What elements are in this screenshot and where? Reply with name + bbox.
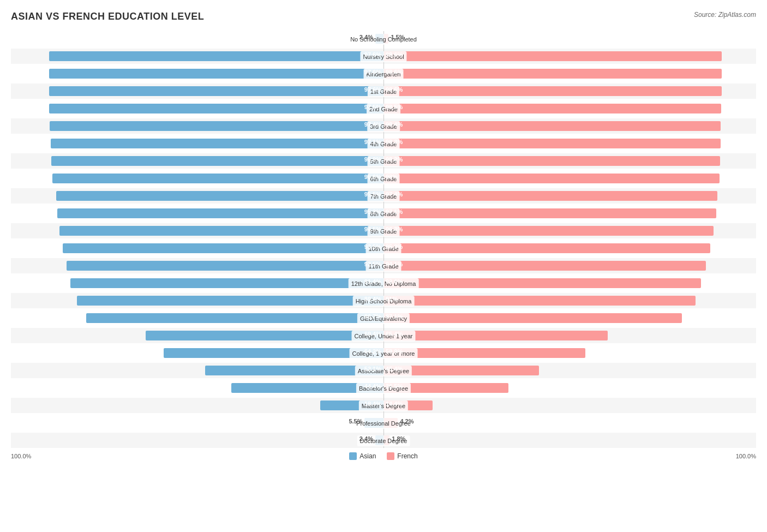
french-value: 98.5%: [386, 104, 403, 110]
asian-value: 95.5%: [364, 191, 381, 198]
table-row: 4th Grade97.1%98.3%: [11, 136, 756, 151]
table-row: 3rd Grade97.4%98.4%: [11, 118, 756, 134]
french-value: 98.6%: [386, 51, 403, 58]
french-label: French: [397, 452, 417, 460]
table-row: 10th Grade93.5%95.3%: [11, 241, 756, 256]
table-row: 9th Grade94.5%96.3%: [11, 223, 756, 238]
table-row: Master's Degree18.4%14.4%: [11, 398, 756, 413]
table-row: No Schooling Completed2.4%1.5%: [11, 31, 756, 46]
french-value: 97.1%: [386, 208, 403, 215]
asian-value: 64.2%: [364, 348, 381, 355]
french-value: 97.4%: [386, 191, 403, 198]
table-row: 11th Grade92.5%94.1%: [11, 258, 756, 273]
french-value: 91%: [386, 296, 398, 302]
table-row: Professional Degree5.5%4.2%: [11, 415, 756, 431]
axis-left: 100.0%: [11, 453, 31, 459]
french-value: 95.3%: [386, 243, 403, 250]
french-value: 1.5%: [391, 34, 404, 40]
table-row: Bachelor's Degree44.4%36.5%: [11, 380, 756, 396]
table-row: College, 1 year or more64.2%58.9%: [11, 345, 756, 361]
asian-value: 69.4%: [364, 331, 381, 337]
table-row: High School Diploma89.4%91%: [11, 293, 756, 308]
french-swatch: [387, 452, 394, 460]
table-row: 5th Grade96.9%98.2%: [11, 153, 756, 169]
french-value: 4.2%: [400, 418, 414, 425]
table-row: College, Under 1 year69.4%65.4%: [11, 328, 756, 343]
asian-value: 97.5%: [364, 104, 381, 110]
french-value: 1.8%: [392, 435, 405, 442]
asian-value: 86.7%: [364, 313, 381, 320]
table-row: Kindergarten97.6%98.6%: [11, 66, 756, 81]
asian-value: 96.9%: [364, 156, 381, 163]
chart-area: No Schooling Completed2.4%1.5%Nursery Sc…: [11, 31, 756, 448]
asian-value: 18.4%: [364, 401, 381, 407]
table-row: 8th Grade95.2%97.1%: [11, 206, 756, 221]
table-row: Doctorate Degree2.4%1.8%: [11, 433, 756, 448]
table-row: 2nd Grade97.5%98.5%: [11, 101, 756, 116]
asian-value: 97.6%: [364, 86, 381, 93]
french-value: 45.4%: [386, 366, 403, 372]
french-value: 92.6%: [386, 278, 403, 285]
french-value: 98%: [386, 174, 398, 180]
asian-value: 96.6%: [364, 174, 381, 180]
asian-value: 2.4%: [359, 34, 373, 40]
table-row: 7th Grade95.5%97.4%: [11, 188, 756, 204]
french-value: 98.2%: [386, 156, 403, 163]
table-row: Associate's Degree52.1%45.4%: [11, 363, 756, 378]
french-value: 98.4%: [386, 121, 403, 128]
table-row: GED/Equivalency86.7%87.1%: [11, 310, 756, 326]
asian-label: Asian: [359, 452, 376, 460]
asian-value: 89.4%: [364, 296, 381, 302]
table-row: 1st Grade97.6%98.6%: [11, 83, 756, 99]
french-value: 96.3%: [386, 226, 403, 232]
french-value: 98.6%: [386, 86, 403, 93]
asian-value: 97.1%: [364, 139, 381, 145]
asian-value: 5.5%: [349, 418, 362, 425]
asian-value: 93.5%: [364, 243, 381, 250]
asian-value: 97.6%: [364, 69, 381, 75]
chart-header: ASIAN VS FRENCH EDUCATION LEVEL Source: …: [11, 11, 756, 22]
french-value: 14.4%: [386, 401, 403, 407]
axis-right: 100.0%: [736, 453, 756, 459]
chart-title: ASIAN VS FRENCH EDUCATION LEVEL: [11, 11, 204, 22]
asian-swatch: [349, 452, 357, 460]
french-value: 65.4%: [386, 331, 403, 337]
asian-value: 2.4%: [359, 435, 373, 442]
french-value: 87.1%: [386, 313, 403, 320]
chart-footer: 100.0% Asian French 100.0%: [11, 452, 756, 460]
french-value: 58.9%: [386, 348, 403, 355]
french-value: 36.5%: [386, 383, 403, 390]
chart-container: ASIAN VS FRENCH EDUCATION LEVEL Source: …: [11, 11, 756, 460]
asian-value: 92.5%: [364, 261, 381, 267]
legend-asian: Asian: [349, 452, 376, 460]
french-value: 98.6%: [386, 69, 403, 75]
table-row: 6th Grade96.6%98%: [11, 171, 756, 186]
legend: Asian French: [349, 452, 417, 460]
asian-value: 44.4%: [364, 383, 381, 390]
asian-value: 52.1%: [364, 366, 381, 372]
asian-value: 95.2%: [364, 208, 381, 215]
french-value: 94.1%: [386, 261, 403, 267]
asian-value: 97.4%: [364, 121, 381, 128]
asian-value: 97.6%: [364, 51, 381, 58]
asian-value: 91.4%: [364, 278, 381, 285]
legend-french: French: [387, 452, 417, 460]
french-value: 98.3%: [386, 139, 403, 145]
table-row: 12th Grade, No Diploma91.4%92.6%: [11, 276, 756, 291]
asian-value: 94.5%: [364, 226, 381, 232]
chart-source: Source: ZipAtlas.com: [694, 11, 756, 19]
table-row: Nursery School97.6%98.6%: [11, 49, 756, 64]
